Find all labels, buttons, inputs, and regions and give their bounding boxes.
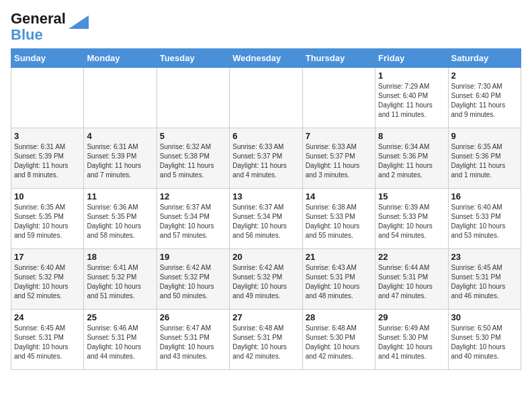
day-info: Sunrise: 6:31 AM Sunset: 5:39 PM Dayligh… bbox=[87, 142, 153, 180]
day-number: 16 bbox=[451, 191, 518, 201]
calendar-week-2: 10Sunrise: 6:35 AM Sunset: 5:35 PM Dayli… bbox=[11, 189, 521, 249]
day-number: 30 bbox=[451, 312, 518, 322]
calendar-cell: 25Sunrise: 6:46 AM Sunset: 5:31 PM Dayli… bbox=[84, 310, 157, 370]
day-number: 26 bbox=[160, 312, 226, 322]
calendar-cell: 15Sunrise: 6:39 AM Sunset: 5:33 PM Dayli… bbox=[375, 189, 448, 249]
calendar-cell: 22Sunrise: 6:44 AM Sunset: 5:31 PM Dayli… bbox=[375, 249, 448, 310]
calendar-table: SundayMondayTuesdayWednesdayThursdayFrid… bbox=[11, 48, 521, 370]
calendar-cell: 8Sunrise: 6:34 AM Sunset: 5:36 PM Daylig… bbox=[375, 128, 448, 189]
day-number: 23 bbox=[451, 252, 518, 262]
day-info: Sunrise: 6:33 AM Sunset: 5:37 PM Dayligh… bbox=[232, 142, 299, 180]
day-info: Sunrise: 6:48 AM Sunset: 5:31 PM Dayligh… bbox=[232, 324, 299, 361]
calendar-cell: 6Sunrise: 6:33 AM Sunset: 5:37 PM Daylig… bbox=[230, 128, 302, 189]
day-info: Sunrise: 6:40 AM Sunset: 5:32 PM Dayligh… bbox=[14, 263, 81, 301]
calendar-cell: 5Sunrise: 6:32 AM Sunset: 5:38 PM Daylig… bbox=[157, 128, 229, 189]
calendar-week-4: 24Sunrise: 6:45 AM Sunset: 5:31 PM Dayli… bbox=[11, 310, 521, 370]
weekday-header-monday: Monday bbox=[84, 49, 157, 68]
day-number: 4 bbox=[87, 131, 153, 141]
calendar-cell: 12Sunrise: 6:37 AM Sunset: 5:34 PM Dayli… bbox=[157, 189, 229, 249]
day-number: 11 bbox=[87, 191, 153, 201]
day-number: 18 bbox=[87, 252, 153, 262]
calendar-cell: 1Sunrise: 7:29 AM Sunset: 6:40 PM Daylig… bbox=[375, 68, 448, 128]
calendar-cell bbox=[230, 68, 302, 128]
calendar-cell bbox=[11, 68, 84, 128]
calendar-cell: 23Sunrise: 6:45 AM Sunset: 5:31 PM Dayli… bbox=[448, 249, 521, 310]
day-info: Sunrise: 6:32 AM Sunset: 5:38 PM Dayligh… bbox=[160, 142, 226, 180]
day-number: 6 bbox=[232, 131, 299, 141]
day-number: 9 bbox=[451, 131, 518, 141]
day-info: Sunrise: 6:44 AM Sunset: 5:31 PM Dayligh… bbox=[378, 263, 445, 301]
day-info: Sunrise: 6:31 AM Sunset: 5:39 PM Dayligh… bbox=[14, 142, 81, 180]
day-info: Sunrise: 6:45 AM Sunset: 5:31 PM Dayligh… bbox=[451, 263, 518, 301]
day-info: Sunrise: 6:50 AM Sunset: 5:30 PM Dayligh… bbox=[451, 324, 518, 361]
day-number: 1 bbox=[378, 71, 445, 81]
day-info: Sunrise: 6:43 AM Sunset: 5:31 PM Dayligh… bbox=[306, 263, 372, 301]
day-number: 8 bbox=[378, 131, 445, 141]
calendar-week-1: 3Sunrise: 6:31 AM Sunset: 5:39 PM Daylig… bbox=[11, 128, 521, 189]
calendar-cell: 19Sunrise: 6:42 AM Sunset: 5:32 PM Dayli… bbox=[157, 249, 229, 310]
day-number: 27 bbox=[232, 312, 299, 322]
calendar-cell: 17Sunrise: 6:40 AM Sunset: 5:32 PM Dayli… bbox=[11, 249, 84, 310]
calendar-cell: 11Sunrise: 6:36 AM Sunset: 5:35 PM Dayli… bbox=[84, 189, 157, 249]
weekday-header-friday: Friday bbox=[375, 49, 448, 68]
day-number: 29 bbox=[378, 312, 445, 322]
day-number: 10 bbox=[14, 191, 81, 201]
day-info: Sunrise: 6:48 AM Sunset: 5:30 PM Dayligh… bbox=[306, 324, 372, 361]
weekday-header-wednesday: Wednesday bbox=[230, 49, 302, 68]
logo-text: General Blue bbox=[11, 11, 66, 43]
day-info: Sunrise: 6:38 AM Sunset: 5:33 PM Dayligh… bbox=[306, 203, 372, 240]
day-info: Sunrise: 6:37 AM Sunset: 5:34 PM Dayligh… bbox=[160, 203, 226, 240]
calendar-cell: 14Sunrise: 6:38 AM Sunset: 5:33 PM Dayli… bbox=[302, 189, 375, 249]
calendar-cell: 4Sunrise: 6:31 AM Sunset: 5:39 PM Daylig… bbox=[84, 128, 157, 189]
day-number: 5 bbox=[160, 131, 226, 141]
day-number: 20 bbox=[232, 252, 299, 262]
day-number: 19 bbox=[160, 252, 226, 262]
calendar-cell: 16Sunrise: 6:40 AM Sunset: 5:33 PM Dayli… bbox=[448, 189, 521, 249]
calendar-cell: 24Sunrise: 6:45 AM Sunset: 5:31 PM Dayli… bbox=[11, 310, 84, 370]
calendar-week-0: 1Sunrise: 7:29 AM Sunset: 6:40 PM Daylig… bbox=[11, 68, 521, 128]
day-number: 14 bbox=[306, 191, 372, 201]
day-number: 24 bbox=[14, 312, 81, 322]
day-info: Sunrise: 7:30 AM Sunset: 6:40 PM Dayligh… bbox=[451, 82, 518, 120]
calendar-cell: 9Sunrise: 6:35 AM Sunset: 5:36 PM Daylig… bbox=[448, 128, 521, 189]
logo-general: General bbox=[11, 10, 66, 27]
calendar-cell: 3Sunrise: 6:31 AM Sunset: 5:39 PM Daylig… bbox=[11, 128, 84, 189]
weekday-header-sunday: Sunday bbox=[11, 49, 84, 68]
day-number: 15 bbox=[378, 191, 445, 201]
day-number: 13 bbox=[232, 191, 299, 201]
day-info: Sunrise: 6:33 AM Sunset: 5:37 PM Dayligh… bbox=[306, 142, 372, 180]
calendar-cell: 29Sunrise: 6:49 AM Sunset: 5:30 PM Dayli… bbox=[375, 310, 448, 370]
day-info: Sunrise: 6:35 AM Sunset: 5:36 PM Dayligh… bbox=[451, 142, 518, 180]
weekday-header-thursday: Thursday bbox=[302, 49, 375, 68]
day-info: Sunrise: 6:39 AM Sunset: 5:33 PM Dayligh… bbox=[378, 203, 445, 240]
calendar-cell: 13Sunrise: 6:37 AM Sunset: 5:34 PM Dayli… bbox=[230, 189, 302, 249]
day-number: 22 bbox=[378, 252, 445, 262]
day-info: Sunrise: 6:49 AM Sunset: 5:30 PM Dayligh… bbox=[378, 324, 445, 361]
calendar-cell bbox=[157, 68, 229, 128]
day-info: Sunrise: 6:40 AM Sunset: 5:33 PM Dayligh… bbox=[451, 203, 518, 240]
weekday-header-tuesday: Tuesday bbox=[157, 49, 229, 68]
day-info: Sunrise: 6:45 AM Sunset: 5:31 PM Dayligh… bbox=[14, 324, 81, 361]
day-number: 12 bbox=[160, 191, 226, 201]
day-info: Sunrise: 7:29 AM Sunset: 6:40 PM Dayligh… bbox=[378, 82, 445, 120]
calendar-cell: 10Sunrise: 6:35 AM Sunset: 5:35 PM Dayli… bbox=[11, 189, 84, 249]
day-number: 2 bbox=[451, 71, 518, 81]
calendar-cell: 2Sunrise: 7:30 AM Sunset: 6:40 PM Daylig… bbox=[448, 68, 521, 128]
day-number: 21 bbox=[306, 252, 372, 262]
day-info: Sunrise: 6:46 AM Sunset: 5:31 PM Dayligh… bbox=[87, 324, 153, 361]
calendar-cell: 18Sunrise: 6:41 AM Sunset: 5:32 PM Dayli… bbox=[84, 249, 157, 310]
logo-icon bbox=[69, 15, 89, 32]
calendar-cell: 27Sunrise: 6:48 AM Sunset: 5:31 PM Dayli… bbox=[230, 310, 302, 370]
header: General Blue bbox=[11, 11, 521, 43]
day-number: 25 bbox=[87, 312, 153, 322]
day-number: 3 bbox=[14, 131, 81, 141]
calendar-cell bbox=[84, 68, 157, 128]
day-number: 17 bbox=[14, 252, 81, 262]
calendar-cell bbox=[302, 68, 375, 128]
day-info: Sunrise: 6:34 AM Sunset: 5:36 PM Dayligh… bbox=[378, 142, 445, 180]
logo-blue: Blue bbox=[11, 26, 43, 43]
day-info: Sunrise: 6:35 AM Sunset: 5:35 PM Dayligh… bbox=[14, 203, 81, 240]
calendar-header-row: SundayMondayTuesdayWednesdayThursdayFrid… bbox=[11, 49, 521, 68]
calendar-cell: 28Sunrise: 6:48 AM Sunset: 5:30 PM Dayli… bbox=[302, 310, 375, 370]
calendar-cell: 30Sunrise: 6:50 AM Sunset: 5:30 PM Dayli… bbox=[448, 310, 521, 370]
